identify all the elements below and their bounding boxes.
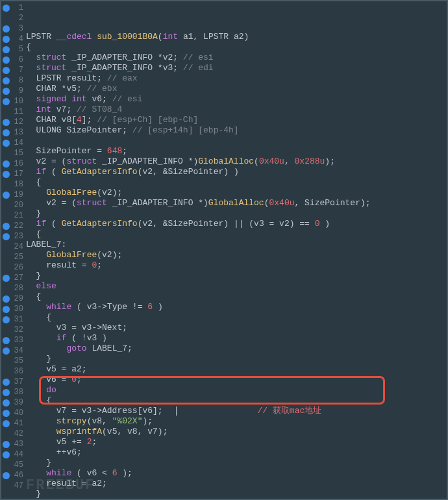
code-line[interactable]: LABEL_7: <box>26 240 447 250</box>
gutter-row[interactable]: 19 <box>1 190 26 200</box>
gutter-row[interactable]: 15 <box>1 148 26 158</box>
gutter-row[interactable]: 26 <box>1 262 26 273</box>
breakpoint-icon[interactable] <box>3 88 10 95</box>
code-line[interactable]: ULONG SizePointer; // [esp+14h] [ebp-4h] <box>26 125 447 136</box>
code-line[interactable]: } <box>26 354 447 364</box>
gutter-row[interactable]: 39 <box>1 397 26 408</box>
code-line[interactable]: while ( v6 < 6 ); <box>26 468 447 479</box>
code-line[interactable]: else <box>26 281 447 292</box>
gutter-row[interactable]: 18 <box>1 179 26 190</box>
gutter-row[interactable]: 31 <box>1 314 26 325</box>
breakpoint-icon[interactable] <box>3 5 10 12</box>
gutter-row[interactable]: 32 <box>1 325 26 335</box>
code-line[interactable]: LPSTR result; // eax <box>26 73 447 84</box>
breakpoint-icon[interactable] <box>3 67 10 74</box>
breakpoint-icon[interactable] <box>3 389 10 396</box>
gutter-row[interactable]: 6 <box>1 55 26 65</box>
breakpoint-icon[interactable] <box>3 420 10 427</box>
gutter-row[interactable]: 8 <box>1 75 26 86</box>
gutter-row[interactable]: 25 <box>1 252 26 262</box>
gutter-row[interactable]: 13 <box>1 127 26 138</box>
breakpoint-icon[interactable] <box>3 410 10 417</box>
gutter-row[interactable]: 27 <box>1 273 26 283</box>
breakpoint-icon[interactable] <box>3 192 10 199</box>
gutter-row[interactable]: 10 <box>1 96 26 106</box>
gutter-row[interactable]: 4 <box>1 34 26 44</box>
code-line[interactable] <box>26 136 447 146</box>
gutter-row[interactable]: 9 <box>1 86 26 96</box>
gutter-row[interactable]: 24 <box>1 242 26 252</box>
code-line[interactable]: result = a2; <box>26 479 447 489</box>
gutter-row[interactable]: 11 <box>1 106 26 117</box>
code-line[interactable]: { <box>26 395 447 406</box>
gutter-row[interactable]: 14 <box>1 138 26 148</box>
breakpoint-icon[interactable] <box>3 275 10 282</box>
gutter-row[interactable]: 37 <box>1 377 26 387</box>
gutter-row[interactable]: 1 <box>1 3 26 13</box>
code-line[interactable]: v2 = (struct _IP_ADAPTER_INFO *)GlobalAl… <box>26 156 447 167</box>
breakpoint-icon[interactable] <box>3 399 10 406</box>
gutter-row[interactable]: 29 <box>1 294 26 304</box>
code-line[interactable]: { <box>26 312 447 323</box>
code-line[interactable]: LPSTR __cdecl sub_10001B0A(int a1, LPSTR… <box>26 32 447 42</box>
gutter-row[interactable]: 28 <box>1 283 26 294</box>
breakpoint-icon[interactable] <box>3 295 10 303</box>
code-line[interactable]: int v7; // ST08_4 <box>26 105 447 115</box>
code-line[interactable]: signed int v6; // esi <box>26 94 447 105</box>
breakpoint-icon[interactable] <box>3 140 10 147</box>
code-line[interactable]: if ( GetAdaptersInfo(v2, &SizePointer) |… <box>26 219 447 229</box>
gutter-row[interactable]: 5 <box>1 44 26 55</box>
gutter-row[interactable]: 34 <box>1 345 26 356</box>
code-line[interactable]: goto LABEL_7; <box>26 344 447 354</box>
code-line[interactable]: struct _IP_ADAPTER_INFO *v3; // edi <box>26 63 447 73</box>
gutter-row[interactable]: 36 <box>1 366 26 377</box>
breakpoint-icon[interactable] <box>3 36 10 43</box>
gutter-row[interactable]: 22 <box>1 221 26 231</box>
code-line[interactable]: while ( v3->Type != 6 ) <box>26 302 447 312</box>
code-line[interactable]: CHAR v8[4]; // [esp+Ch] [ebp-Ch] <box>26 115 447 125</box>
code-line[interactable]: do <box>26 385 447 395</box>
code-line[interactable]: v2 = (struct _IP_ADAPTER_INFO *)GlobalAl… <box>26 198 447 208</box>
breakpoint-icon[interactable] <box>3 160 10 168</box>
code-line[interactable]: if ( !v3 ) <box>26 333 447 344</box>
breakpoint-icon[interactable] <box>3 46 10 53</box>
gutter-row[interactable]: 23 <box>1 231 26 242</box>
code-line[interactable]: result = 0; <box>26 260 447 271</box>
gutter-row[interactable]: 33 <box>1 335 26 345</box>
code-line[interactable]: { <box>26 177 447 188</box>
breakpoint-icon[interactable] <box>3 306 10 313</box>
gutter-row[interactable]: 38 <box>1 387 26 397</box>
code-line[interactable]: v3 = v3->Next; <box>26 323 447 333</box>
breakpoint-icon[interactable] <box>3 25 10 32</box>
code-line[interactable]: wsprintfA(v5, v8, v7); <box>26 427 447 437</box>
breakpoint-icon[interactable] <box>3 472 10 479</box>
code-line[interactable]: CHAR *v5; // ebx <box>26 84 447 94</box>
breakpoint-icon[interactable] <box>3 451 10 458</box>
breakpoint-icon[interactable] <box>3 98 10 105</box>
gutter-row[interactable]: 45 <box>1 460 26 470</box>
code-line[interactable]: } <box>26 489 447 499</box>
gutter-row[interactable]: 47 <box>1 481 26 491</box>
code-line[interactable]: v6 = 0; <box>26 375 447 385</box>
code-line[interactable]: } <box>26 271 447 281</box>
code-line[interactable]: strcpy(v8, "%02X"); <box>26 416 447 427</box>
code-line[interactable]: { <box>26 292 447 302</box>
gutter-row[interactable]: 30 <box>1 304 26 314</box>
code-line[interactable]: } <box>26 208 447 219</box>
code-line[interactable]: GlobalFree(v2); <box>26 250 447 260</box>
breakpoint-icon[interactable] <box>3 171 10 178</box>
code-line[interactable]: ++v6; <box>26 447 447 458</box>
breakpoint-icon[interactable] <box>3 223 10 230</box>
code-line[interactable]: GlobalFree(v2); <box>26 188 447 198</box>
gutter-row[interactable]: 7 <box>1 65 26 75</box>
gutter-row[interactable]: 35 <box>1 356 26 366</box>
breakpoint-icon[interactable] <box>3 77 10 84</box>
breakpoint-icon[interactable] <box>3 233 10 240</box>
code-line[interactable]: v7 = v3->Address[v6]; // 获取mac地址 <box>26 406 447 416</box>
breakpoint-icon[interactable] <box>3 441 10 448</box>
gutter-row[interactable]: 2 <box>1 13 26 23</box>
code-line[interactable]: v5 = a2; <box>26 364 447 375</box>
gutter-row[interactable]: 3 <box>1 23 26 34</box>
gutter-row[interactable]: 46 <box>1 470 26 481</box>
code-line[interactable]: if ( GetAdaptersInfo(v2, &SizePointer) ) <box>26 167 447 177</box>
